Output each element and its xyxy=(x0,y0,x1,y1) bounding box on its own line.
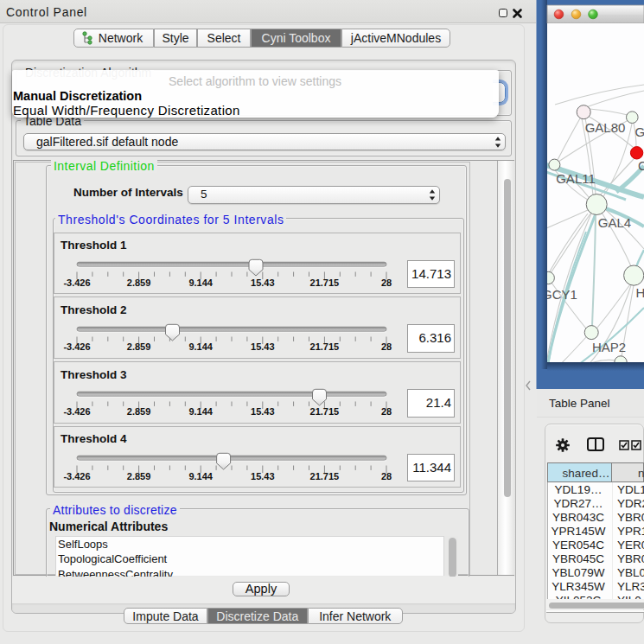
svg-text:HI: HI xyxy=(636,285,644,300)
svg-text:HAP2: HAP2 xyxy=(592,340,626,354)
svg-text:C: C xyxy=(638,158,644,173)
svg-text:GCY1: GCY1 xyxy=(542,287,577,302)
svg-text:GAL11: GAL11 xyxy=(556,171,596,186)
svg-text:GAL80: GAL80 xyxy=(585,120,626,135)
svg-text:GAL4: GAL4 xyxy=(598,215,631,230)
svg-text:GA: GA xyxy=(635,124,644,139)
